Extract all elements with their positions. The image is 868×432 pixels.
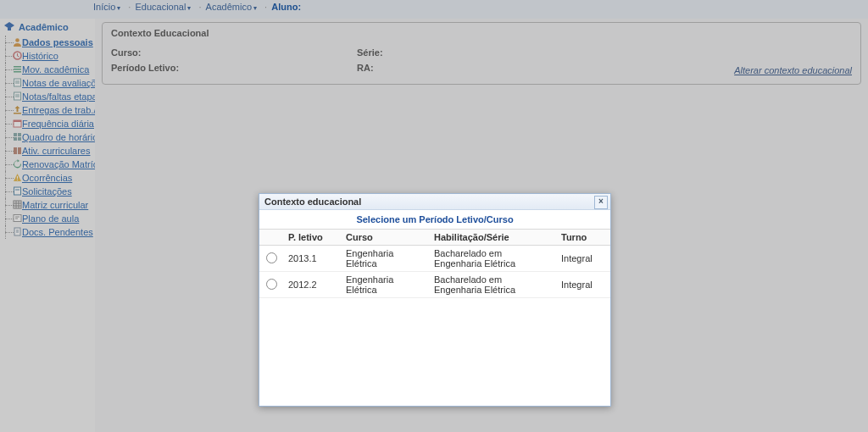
sidebar-item-label[interactable]: Matriz curricular [22, 200, 88, 210]
sidebar-item-label[interactable]: Renovação Matrícula [22, 159, 96, 169]
sidebar-item[interactable]: Notas/faltas etapas [0, 90, 95, 103]
svg-rect-15 [18, 137, 21, 141]
sidebar-item[interactable]: Entregas de trab./aval. [0, 103, 95, 117]
sidebar-group-title: Acadêmico [0, 19, 95, 36]
sidebar-item-label[interactable]: Dados pessoais [22, 37, 93, 47]
svg-rect-11 [14, 120, 21, 122]
sidebar-item[interactable]: Ativ. curriculares [0, 144, 95, 158]
list-icon [13, 64, 22, 74]
cell-habilitacao: Bacharelado em Engenharia Elétrica [429, 272, 556, 298]
svg-rect-14 [14, 137, 17, 141]
serie-label: Série: [357, 45, 611, 60]
alert-icon [13, 173, 22, 182]
breadcrumb-educacional[interactable]: Educacional▾ [135, 2, 191, 12]
note-icon [13, 91, 22, 101]
sidebar-item-label[interactable]: Histórico [22, 51, 58, 61]
breadcrumb-separator: · [128, 2, 131, 12]
sidebar-item-label[interactable]: Entregas de trab./aval. [22, 105, 96, 115]
context-modal: Contexto educacional × Selecione um Perí… [259, 193, 611, 407]
svg-rect-18 [17, 180, 18, 180]
breadcrumb-bar: Início▾ · Educacional▾ · Acadêmico▾ · Al… [0, 0, 868, 19]
breadcrumb-aluno: Aluno: [271, 2, 301, 12]
radio-icon[interactable] [266, 252, 277, 263]
sidebar-item-label[interactable]: Solicitações [22, 186, 72, 197]
book-icon [13, 146, 22, 155]
cell-curso: Engenharia Elétrica [341, 246, 429, 272]
cell-turno: Integral [556, 272, 610, 298]
period-table: P. letivo Curso Habilitação/Série Turno … [259, 230, 610, 298]
sidebar-item-label[interactable]: Ocorrências [22, 173, 72, 183]
curso-label: Curso: [111, 45, 357, 60]
sidebar-item-label[interactable]: Frequência diária [22, 119, 94, 129]
grid-icon [13, 132, 22, 141]
col-turno: Turno [556, 230, 610, 246]
refresh-icon [13, 159, 22, 169]
modal-title: Contexto educacional [264, 197, 361, 207]
breadcrumb-inicio[interactable]: Início▾ [93, 2, 120, 12]
col-habilitacao: Habilitação/Série [429, 230, 556, 246]
upload-icon [13, 105, 22, 114]
sidebar-item[interactable]: Ocorrências [0, 171, 95, 185]
sidebar-item-label[interactable]: Docs. Pendentes [22, 227, 93, 237]
sidebar-item[interactable]: Solicitações [0, 185, 95, 198]
context-panel: Contexto Educacional Curso: Período Leti… [102, 22, 861, 85]
sidebar-item-label[interactable]: Ativ. curriculares [22, 146, 90, 156]
svg-rect-13 [18, 133, 21, 136]
table-row[interactable]: 2013.1Engenharia ElétricaBacharelado em … [259, 246, 610, 272]
alterar-contexto-link[interactable]: Alterar contexto educacional [734, 65, 852, 75]
sidebar-item[interactable]: Mov. acadêmica [0, 63, 95, 76]
cell-habilitacao: Bacharelado em Engenharia Elétrica [429, 246, 556, 272]
svg-marker-0 [4, 22, 14, 29]
svg-rect-9 [14, 113, 21, 114]
academic-cap-icon [3, 20, 15, 32]
request-icon [13, 186, 22, 196]
sidebar-item[interactable]: Quadro de horários [0, 130, 95, 144]
sidebar-item[interactable]: Plano de aula [0, 212, 95, 225]
svg-rect-6 [14, 71, 21, 73]
col-curso: Curso [341, 230, 429, 246]
ra-label: RA: [357, 60, 611, 75]
periodo-label: Período Letivo: [111, 60, 357, 75]
sidebar-item[interactable]: Docs. Pendentes [0, 225, 95, 239]
table-row[interactable]: 2012.2Engenharia ElétricaBacharelado em … [259, 272, 610, 298]
clock-icon [13, 51, 22, 60]
plan-icon [13, 213, 22, 223]
cell-pletivo: 2013.1 [283, 246, 341, 272]
cell-pletivo: 2012.2 [283, 272, 341, 298]
svg-rect-4 [14, 66, 21, 68]
sidebar-item[interactable]: Frequência diária [0, 117, 95, 130]
modal-subtitle: Selecione um Período Letivo/Curso [259, 210, 610, 230]
sidebar-item[interactable]: Notas de avaliações [0, 76, 95, 90]
note-icon [13, 78, 22, 87]
breadcrumb-separator: · [264, 2, 267, 12]
svg-rect-17 [17, 176, 18, 179]
sidebar-item[interactable]: Matriz curricular [0, 198, 95, 212]
sidebar-item-label[interactable]: Notas/faltas etapas [22, 91, 96, 102]
sidebar-item-label[interactable]: Plano de aula [22, 213, 79, 224]
svg-rect-20 [14, 201, 21, 208]
col-pletivo: P. letivo [283, 230, 341, 246]
radio-icon[interactable] [266, 279, 277, 290]
svg-rect-5 [14, 69, 21, 70]
sidebar-item-label[interactable]: Mov. acadêmica [22, 64, 89, 75]
context-panel-title: Contexto Educacional [103, 23, 860, 42]
col-radio [259, 230, 283, 246]
sidebar-item-label[interactable]: Notas de avaliações [22, 78, 96, 88]
svg-point-2 [15, 38, 19, 42]
cell-curso: Engenharia Elétrica [341, 272, 429, 298]
sidebar-item[interactable]: Renovação Matrícula [0, 158, 95, 171]
modal-close-button[interactable]: × [594, 196, 608, 209]
svg-rect-1 [8, 28, 11, 30]
modal-title-bar: Contexto educacional × [259, 194, 610, 210]
user-icon [13, 37, 22, 47]
sidebar-item[interactable]: Histórico [0, 49, 95, 63]
sidebar-item[interactable]: Dados pessoais [0, 36, 95, 49]
svg-rect-19 [14, 187, 21, 195]
sidebar-item-label[interactable]: Quadro de horários [22, 132, 96, 142]
doc-icon [13, 227, 22, 236]
breadcrumb-separator: · [198, 2, 201, 12]
svg-rect-12 [14, 133, 17, 136]
breadcrumb-academico[interactable]: Acadêmico▾ [206, 2, 257, 12]
sidebar: Acadêmico Dados pessoaisHistóricoMov. ac… [0, 19, 96, 432]
matrix-icon [13, 200, 22, 209]
